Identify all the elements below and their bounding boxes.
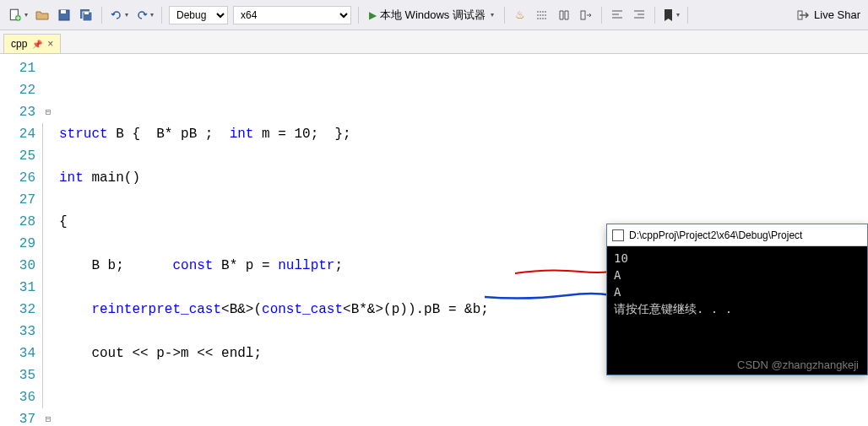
code-line (59, 386, 868, 408)
indent-more-button[interactable] (629, 5, 649, 25)
undo-button[interactable]: ▾ (107, 5, 131, 25)
svg-rect-6 (84, 12, 89, 14)
console-output: 10 A A 请按任意键继续. . . (607, 246, 867, 321)
tab-strip: cpp 📌 × (0, 30, 868, 54)
pin-icon[interactable]: 📌 (32, 40, 42, 49)
indent-less-button[interactable] (607, 5, 627, 25)
console-window[interactable]: D:\cppProj\Project2\x64\Debug\Project 10… (606, 224, 868, 375)
step-out-button[interactable] (576, 5, 596, 25)
step-over-button[interactable] (554, 5, 574, 25)
start-debug-button[interactable]: ▶ 本地 Windows 调试器 ▾ (364, 5, 499, 25)
save-button[interactable] (54, 5, 74, 25)
editor-tab[interactable]: cpp 📌 × (3, 34, 61, 53)
svg-rect-7 (581, 11, 585, 19)
watermark: CSDN @zhangzhangkeji (737, 359, 859, 371)
platform-select[interactable]: x64 (233, 6, 351, 24)
open-file-button[interactable] (32, 5, 52, 25)
save-all-button[interactable] (76, 5, 96, 25)
tab-label: cpp (11, 38, 27, 50)
liveshare-button[interactable]: Live Shar (795, 5, 863, 25)
debugger-label: 本地 Windows 调试器 (380, 8, 486, 23)
svg-rect-3 (61, 10, 66, 13)
close-icon[interactable]: × (47, 38, 53, 50)
fold-column: ⊟ ⊟ (42, 54, 54, 426)
config-select[interactable]: Debug (169, 6, 228, 24)
code-line: int main() (59, 167, 868, 189)
redo-button[interactable]: ▾ (133, 5, 156, 25)
new-file-button[interactable]: ▾ (5, 5, 30, 25)
console-titlebar[interactable]: D:\cppProj\Project2\x64\Debug\Project (607, 224, 867, 246)
main-toolbar: ▾ ▾ ▾ Debug x64 ▶ 本地 Windows 调试器 ▾ ♨ (0, 0, 868, 30)
line-gutter: 212223 242526 272829 303132 333435 3637 (0, 54, 42, 426)
console-title-text: D:\cppProj\Project2\x64\Debug\Project (629, 229, 802, 241)
console-icon (612, 229, 624, 241)
play-icon: ▶ (369, 9, 377, 21)
step-into-button[interactable] (532, 5, 552, 25)
code-line: struct B { B* pB ; int m = 10; }; (59, 123, 868, 145)
fire-icon[interactable]: ♨ (510, 5, 530, 25)
code-line (59, 79, 868, 101)
bookmark-button[interactable]: ▾ (660, 5, 682, 25)
